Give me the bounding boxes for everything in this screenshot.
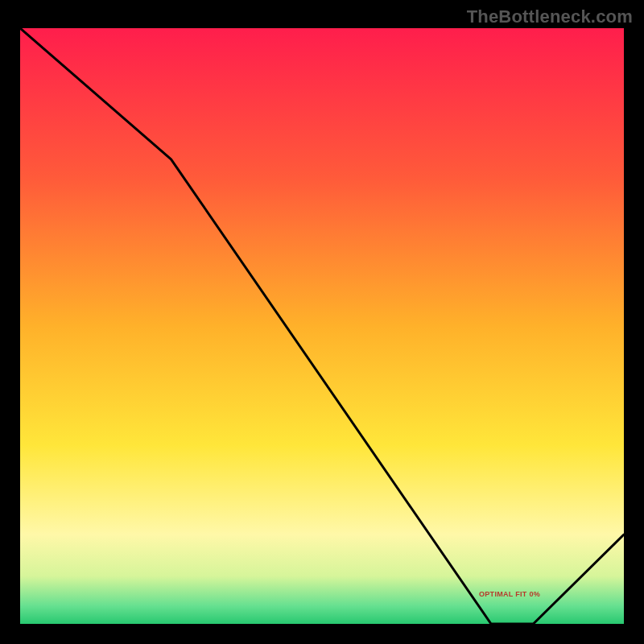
chart-frame: TheBottleneck.com OPTIMAL FIT 0% (0, 0, 644, 644)
bottleneck-curve (20, 28, 624, 624)
optimal-fit-label: OPTIMAL FIT 0% (479, 590, 540, 598)
watermark-text: TheBottleneck.com (467, 6, 633, 27)
plot-area: OPTIMAL FIT 0% (20, 28, 624, 624)
bottleneck-curve-layer (20, 28, 624, 624)
